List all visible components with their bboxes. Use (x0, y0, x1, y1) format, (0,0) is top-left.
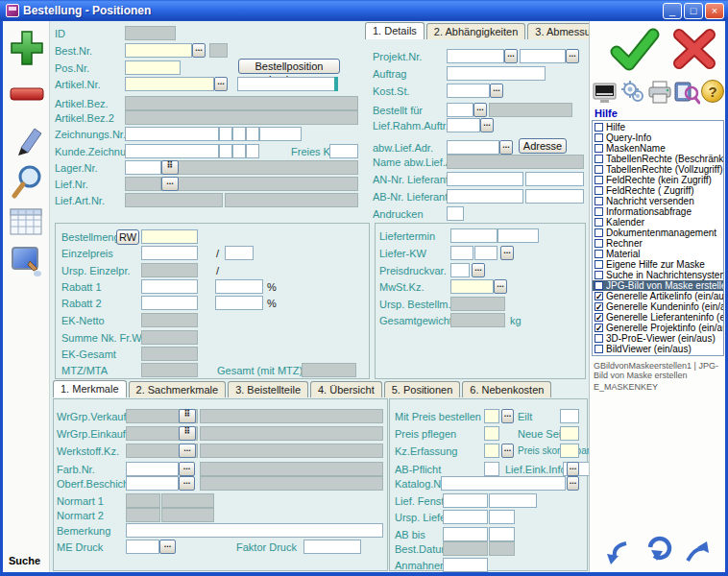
zeichnungs-nr-seg4[interactable] (259, 127, 302, 141)
kunde-zeichnung-seg2[interactable] (232, 144, 246, 158)
best-nr-browse-button[interactable]: ... (192, 43, 206, 58)
artikel-nr-field[interactable] (125, 77, 214, 91)
checkbox-icon[interactable] (595, 250, 603, 258)
search-icon[interactable] (9, 163, 47, 207)
hilfe-item[interactable]: TabellenRechte (Vollzugriff) (593, 164, 723, 175)
artikel-nr-field2[interactable] (237, 77, 338, 91)
faktor-druck-field[interactable] (303, 540, 361, 554)
andrucken-checkbox[interactable] (447, 206, 464, 221)
oberf-browse[interactable]: ... (179, 476, 195, 491)
projekt-nr-browse1[interactable]: ... (504, 49, 518, 63)
hilfe-item[interactable]: Rechner (593, 238, 723, 249)
exit-screen-icon[interactable] (9, 244, 45, 286)
tab-details[interactable]: 1. Details (365, 22, 425, 39)
checkbox-icon[interactable] (595, 133, 603, 142)
lief-nr-browse-button[interactable]: ... (161, 177, 179, 191)
catalog-search-icon[interactable] (673, 79, 700, 109)
ab-nr-field2[interactable] (525, 189, 584, 204)
checkbox-icon[interactable] (595, 228, 603, 237)
hilfe-item[interactable]: Generelle Lieferanteninfo (ein/aus) (593, 312, 723, 323)
zeichnungs-nr-seg3[interactable] (246, 127, 259, 141)
oberf-field[interactable] (126, 476, 179, 491)
kunde-zeichnung-seg3[interactable] (246, 144, 259, 158)
tab-abhaengigkeiten[interactable]: 2. Abhängigkeiten (426, 23, 525, 39)
checkbox-checked-icon[interactable] (595, 292, 603, 300)
auftrag-field[interactable] (447, 66, 546, 81)
undo-arrow-icon[interactable] (603, 538, 632, 570)
hilfe-item[interactable]: Generelle Kundeninfo (ein/aus) (593, 301, 723, 312)
lager-nr-field[interactable] (125, 160, 161, 175)
checkbox-icon[interactable] (595, 334, 603, 343)
rabatt2-pct-field[interactable] (215, 296, 263, 310)
neue-seite-field[interactable] (560, 426, 579, 441)
adresse-button[interactable]: Adresse (519, 138, 567, 154)
an-nr-field1[interactable] (447, 172, 523, 186)
einzelpreis-unit-field[interactable] (225, 246, 254, 260)
cancel-x-icon[interactable] (670, 27, 718, 75)
tab-beistellteile[interactable]: 3. Beistellteile (228, 381, 308, 397)
checkbox-icon[interactable] (595, 271, 603, 279)
abw-lief-adr-browse[interactable]: ... (499, 140, 513, 155)
tab-sachmerkmale[interactable]: 2. Sachmerkmale (129, 381, 227, 397)
close-button[interactable]: × (705, 3, 724, 19)
abw-lief-adr-field[interactable] (447, 140, 499, 155)
zeichnungs-nr-seg2[interactable] (232, 127, 246, 141)
anmahnen-ab-field[interactable] (443, 558, 488, 572)
tab-merkmale[interactable]: 1. Merkmale (53, 380, 127, 397)
ab-bis-field2[interactable] (489, 527, 515, 541)
tab-nebenkosten[interactable]: 6. Nebenkosten (462, 381, 551, 397)
refresh-arrow-icon[interactable] (642, 534, 672, 570)
katalog-nr-field[interactable] (441, 476, 566, 491)
best-nr-field[interactable] (125, 43, 192, 58)
checkbox-icon[interactable] (595, 281, 603, 290)
zeichnungs-nr-field[interactable] (125, 127, 219, 141)
checkbox-icon[interactable] (595, 123, 603, 132)
screen-preview-icon[interactable] (593, 81, 618, 109)
farb-nr-browse[interactable]: ... (179, 462, 195, 476)
preisdruckvar-field[interactable] (450, 263, 470, 277)
bestellt-fuer-field[interactable] (447, 103, 473, 117)
pos-nr-field[interactable] (125, 60, 181, 75)
checkbox-icon[interactable] (595, 345, 603, 353)
katalog-nr-browse[interactable]: ... (567, 476, 579, 491)
mit-preis-field[interactable] (484, 409, 499, 423)
help-question-icon[interactable]: ? (701, 80, 724, 103)
hilfe-item[interactable]: Material (593, 249, 723, 259)
farb-nr-field[interactable] (126, 462, 179, 476)
bestellmenge-field[interactable] (141, 229, 198, 244)
preis-skontierbar-field[interactable] (560, 444, 579, 458)
tab-uebersicht[interactable]: 4. Übersicht (310, 381, 382, 397)
bestellt-fuer-browse[interactable]: ... (473, 103, 487, 117)
lief-rahm-browse[interactable]: ... (480, 118, 494, 132)
hilfe-item[interactable]: Informationsabfrage (593, 206, 723, 217)
liefertermin-field1[interactable] (450, 228, 497, 243)
rw-button[interactable]: RW (116, 229, 139, 245)
freies-kz-field[interactable] (329, 144, 358, 158)
hilfe-item[interactable]: Suche in Nachrichtensystem speich (593, 270, 723, 280)
preisdruckvar-browse[interactable]: ... (472, 263, 485, 277)
zeichnungs-nr-seg1[interactable] (219, 127, 232, 141)
checkbox-checked-icon[interactable] (595, 324, 603, 332)
hilfe-item[interactable]: Hilfe (593, 122, 723, 132)
projekt-nr-field1[interactable] (447, 49, 504, 63)
minimize-button[interactable]: _ (663, 3, 682, 19)
copy-position-button[interactable]: Bestellposition kopieren (238, 59, 340, 74)
eilt-field[interactable] (560, 409, 579, 423)
kost-st-browse[interactable]: ... (490, 84, 503, 98)
edit-pencil-icon[interactable] (9, 121, 45, 165)
hilfe-item[interactable]: MaskenName (593, 143, 723, 154)
settings-gears-icon[interactable] (619, 79, 646, 109)
lief-fenster-field2[interactable] (489, 493, 537, 508)
add-record-icon[interactable] (9, 29, 45, 73)
liefer-kw-browse[interactable]: ... (500, 246, 514, 260)
liefer-kw-field1[interactable] (450, 246, 473, 260)
liefertermin-field2[interactable] (497, 228, 539, 243)
hilfe-item[interactable]: FeldRechte (kein Zugriff) (593, 175, 723, 185)
lager-nr-grid-button[interactable]: ⠿ (161, 160, 179, 175)
rabatt1-field[interactable] (141, 279, 198, 294)
ab-bis-field1[interactable] (443, 527, 488, 541)
print-icon[interactable] (646, 80, 673, 109)
kunde-zeichnung-field[interactable] (125, 144, 219, 158)
table-icon[interactable] (9, 205, 43, 242)
checkbox-icon[interactable] (595, 165, 603, 174)
